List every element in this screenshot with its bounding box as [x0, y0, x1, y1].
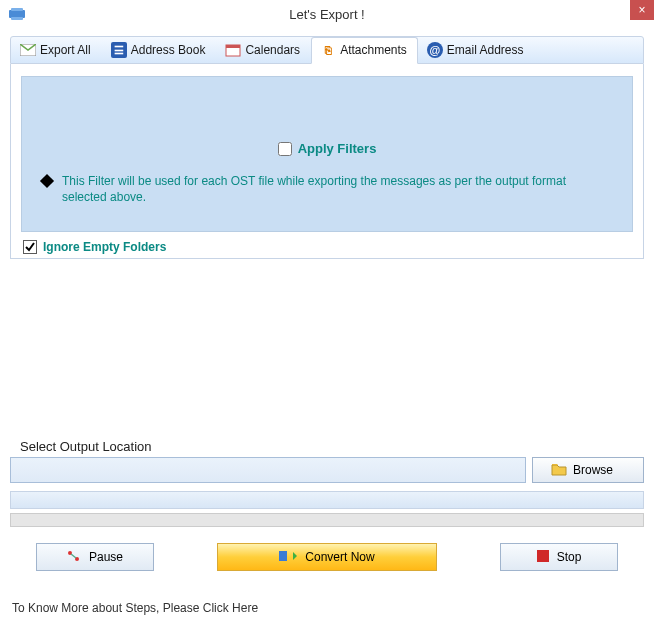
tab-export-all[interactable]: Export All — [11, 37, 102, 64]
ignore-empty-checkbox[interactable] — [23, 240, 37, 254]
tab-label: Export All — [40, 43, 91, 57]
filter-panel: Apply Filters This Filter will be used f… — [21, 76, 633, 232]
convert-icon — [279, 548, 297, 567]
output-path-input[interactable] — [10, 457, 526, 483]
action-row: Pause Convert Now Stop — [36, 543, 618, 571]
pause-label: Pause — [89, 550, 123, 564]
ignore-empty-label: Ignore Empty Folders — [43, 240, 166, 254]
progress-bar — [10, 513, 644, 527]
apply-filters-input[interactable] — [278, 142, 292, 156]
svg-rect-5 — [226, 45, 240, 48]
output-label: Select Output Location — [10, 439, 644, 454]
browse-button[interactable]: Browse — [532, 457, 644, 483]
calendar-icon — [225, 42, 241, 58]
tab-bar: Export All ☰ Address Book Calendars ⎘ At… — [10, 36, 644, 64]
close-icon: × — [638, 3, 645, 17]
svg-rect-9 — [537, 550, 549, 562]
tab-attachments[interactable]: ⎘ Attachments — [311, 37, 418, 64]
tab-calendars[interactable]: Calendars — [216, 37, 311, 64]
tab-label: Attachments — [340, 43, 407, 57]
apply-filters-label: Apply Filters — [298, 141, 377, 156]
tab-address-book[interactable]: ☰ Address Book — [102, 37, 217, 64]
window-title: Let's Export ! — [0, 7, 654, 22]
tab-email-address[interactable]: @ Email Address — [418, 37, 535, 64]
bullet-icon — [40, 173, 54, 187]
tab-label: Email Address — [447, 43, 524, 57]
close-button[interactable]: × — [630, 0, 654, 20]
mail-icon — [20, 42, 36, 58]
tab-content: Apply Filters This Filter will be used f… — [10, 64, 644, 259]
pause-icon — [67, 549, 81, 566]
tab-label: Calendars — [245, 43, 300, 57]
stop-label: Stop — [557, 550, 582, 564]
output-section: Select Output Location Browse — [10, 439, 644, 483]
browse-label: Browse — [573, 463, 613, 477]
stop-button[interactable]: Stop — [500, 543, 618, 571]
pause-button[interactable]: Pause — [36, 543, 154, 571]
filter-description: This Filter will be used for each OST fi… — [62, 173, 612, 205]
at-icon: @ — [427, 42, 443, 58]
svg-rect-8 — [279, 551, 287, 561]
convert-label: Convert Now — [305, 550, 374, 564]
status-bar — [10, 491, 644, 509]
convert-now-button[interactable]: Convert Now — [217, 543, 437, 571]
footer-help-link[interactable]: To Know More about Steps, Please Click H… — [12, 601, 258, 615]
tab-label: Address Book — [131, 43, 206, 57]
spacer — [0, 259, 654, 435]
apply-filters-checkbox[interactable]: Apply Filters — [278, 141, 377, 156]
titlebar: Let's Export ! × — [0, 0, 654, 28]
contact-icon: ☰ — [111, 42, 127, 58]
stop-icon — [537, 550, 549, 565]
folder-icon — [551, 462, 567, 479]
attachment-icon: ⎘ — [320, 42, 336, 58]
